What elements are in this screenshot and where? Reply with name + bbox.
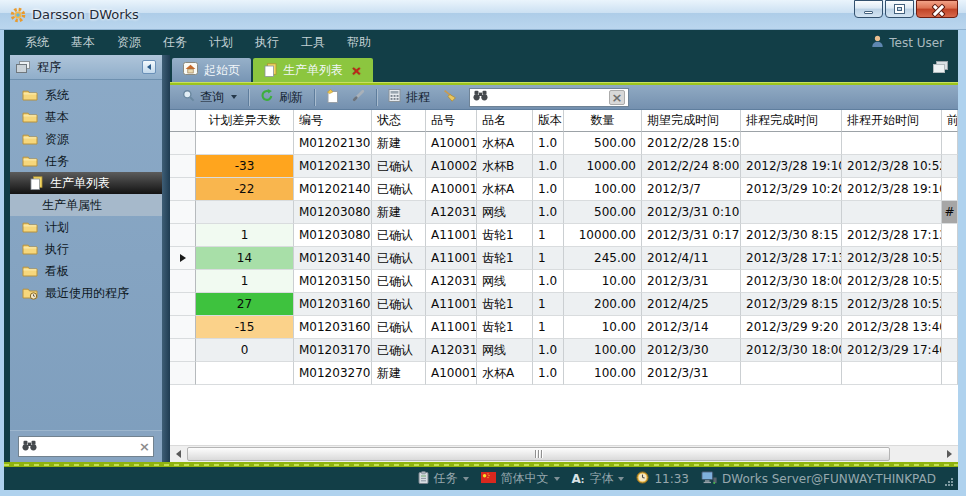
tab-production-order-list[interactable]: 生产单列表 × (253, 58, 373, 82)
row-selector[interactable] (170, 178, 196, 201)
table-row[interactable]: 1M012031501已确认A12031网线1.010.002012/3/312… (170, 270, 958, 293)
column-header[interactable]: 排程完成时间 (741, 110, 842, 132)
column-header[interactable]: 品名 (477, 110, 533, 132)
sidebar-item-entry[interactable]: 系统 (10, 84, 162, 106)
table-cell: 水杯A (477, 362, 533, 385)
menu-item[interactable]: 计划 (198, 34, 244, 51)
row-selector[interactable] (170, 270, 196, 293)
maximize-button[interactable] (885, 0, 914, 18)
column-header[interactable]: 数量 (564, 110, 642, 132)
table-row[interactable]: 14M012031402已确认A11001齿轮11245.002012/4/11… (170, 247, 958, 270)
sidebar-splitter[interactable] (162, 55, 170, 462)
tab-close-icon[interactable]: × (351, 64, 362, 77)
toolbar-search-input[interactable] (491, 90, 606, 104)
row-selector[interactable] (170, 132, 196, 155)
language-menu[interactable]: 简体中文 (481, 470, 560, 487)
column-header[interactable]: 版本 (533, 110, 564, 132)
tab-start-page[interactable]: 起始页 (172, 58, 251, 82)
table-row[interactable]: -22M012021401已确认A10001水杯A1.0100.002012/3… (170, 178, 958, 201)
clean-button[interactable] (438, 87, 462, 107)
row-selector[interactable] (170, 362, 196, 385)
scroll-left-button[interactable] (170, 446, 187, 462)
folder-icon (22, 221, 38, 233)
row-selector[interactable] (170, 247, 196, 270)
column-header[interactable]: 编号 (294, 110, 372, 132)
table-row[interactable]: -15M012031602已确认A11001齿轮1110.002012/3/14… (170, 316, 958, 339)
table-cell: M012021401 (294, 178, 372, 201)
query-button[interactable]: 查询 (177, 87, 242, 108)
tab-list-icon[interactable] (932, 61, 948, 74)
resize-grip-icon[interactable] (944, 477, 954, 487)
minimize-button[interactable] (854, 0, 883, 18)
toolbar-search-clear-icon[interactable]: × (609, 90, 625, 105)
new-button[interactable] (321, 87, 344, 108)
refresh-button[interactable]: 刷新 (255, 87, 308, 108)
font-menu[interactable]: A: 字体 (572, 470, 625, 487)
table-row[interactable]: 1M012030802已确认A11001齿轮1110000.002012/3/3… (170, 224, 958, 247)
table-row[interactable]: M012021301新建A10001水杯A1.0500.002012/2/28 … (170, 132, 958, 155)
sidebar-search-input[interactable] (40, 440, 136, 454)
scroll-right-button[interactable] (941, 446, 958, 462)
column-header[interactable]: 品号 (426, 110, 477, 132)
row-selector[interactable] (170, 316, 196, 339)
scrollbar-thumb[interactable] (187, 447, 890, 461)
sidebar-item-entry[interactable]: 计划 (10, 216, 162, 238)
row-selector[interactable] (170, 224, 196, 247)
diff-days-cell: 14 (196, 247, 294, 270)
schedule-button[interactable]: 排程 (383, 87, 435, 108)
table-row[interactable]: M012032701新建A10001水杯A1.0100.002012/3/31 (170, 362, 958, 385)
menu-item[interactable]: 系统 (14, 34, 60, 51)
menu-item[interactable]: 工具 (290, 34, 336, 51)
table-row[interactable]: -33M012021302已确认A10002水杯B1.01000.002012/… (170, 155, 958, 178)
row-selector[interactable] (170, 339, 196, 362)
row-selector[interactable] (170, 293, 196, 316)
clock-icon (636, 471, 649, 487)
sidebar-item-selected[interactable]: 生产单列表 (10, 172, 162, 194)
sidebar-item-entry[interactable]: 基本 (10, 106, 162, 128)
table-row[interactable]: M012030801新建A12031网线1.0500.002012/3/31 0… (170, 201, 958, 224)
column-header[interactable]: 计划差异天数 (196, 110, 294, 132)
select-all-corner[interactable] (170, 110, 196, 132)
close-button[interactable] (916, 0, 958, 18)
column-header[interactable]: 状态 (372, 110, 426, 132)
table-cell: 1000.00 (564, 155, 642, 178)
diff-days-cell: 27 (196, 293, 294, 316)
table-cell: 1.0 (533, 270, 564, 293)
title-bar[interactable]: Darsson DWorks (0, 0, 966, 30)
menu-item[interactable]: 任务 (152, 34, 198, 51)
user-menu[interactable]: Test User (871, 35, 944, 51)
pencil-icon (352, 89, 365, 105)
calculator-icon (388, 89, 401, 105)
column-header[interactable]: 前 (942, 110, 958, 132)
sidebar-item-entry[interactable]: 看板 (10, 260, 162, 282)
sidebar-item-label: 执行 (45, 241, 69, 258)
edit-button[interactable] (347, 87, 370, 107)
table-row[interactable]: 27M012031601已确认A11001齿轮11200.002012/4/25… (170, 293, 958, 316)
sidebar-item-entry[interactable]: 资源 (10, 128, 162, 150)
column-header[interactable]: 期望完成时间 (642, 110, 741, 132)
sidebar-item-entry[interactable]: 任务 (10, 150, 162, 172)
table-cell: 水杯B (477, 155, 533, 178)
table-cell: 新建 (372, 201, 426, 224)
menu-item[interactable]: 资源 (106, 34, 152, 51)
sidebar-item-entry[interactable]: 最近使用的程序 (10, 282, 162, 304)
task-menu[interactable]: 任务 (418, 470, 469, 487)
sidebar-item-entry[interactable]: 执行 (10, 238, 162, 260)
menu-item[interactable]: 执行 (244, 34, 290, 51)
menu-item[interactable]: 帮助 (336, 34, 382, 51)
table-cell: 已确认 (372, 293, 426, 316)
server-status[interactable]: DWorks Server@FUNWAY-THINKPAD (701, 471, 936, 487)
menu-item[interactable]: 基本 (60, 34, 106, 51)
home-icon (183, 62, 198, 78)
sidebar-search-clear-icon[interactable]: × (139, 440, 150, 453)
column-header[interactable]: 排程开始时间 (842, 110, 942, 132)
chevron-down-icon (231, 95, 237, 99)
row-selector[interactable] (170, 201, 196, 224)
row-selector[interactable] (170, 155, 196, 178)
font-icon: A: (572, 472, 585, 486)
sidebar-collapse-button[interactable] (142, 60, 156, 74)
horizontal-scrollbar[interactable] (170, 445, 958, 462)
schedule-label: 排程 (406, 89, 430, 106)
sidebar-item-entry[interactable]: 生产单属性 (10, 194, 162, 216)
table-row[interactable]: 0M012031701已确认A12031网线1.0100.002012/3/30… (170, 339, 958, 362)
